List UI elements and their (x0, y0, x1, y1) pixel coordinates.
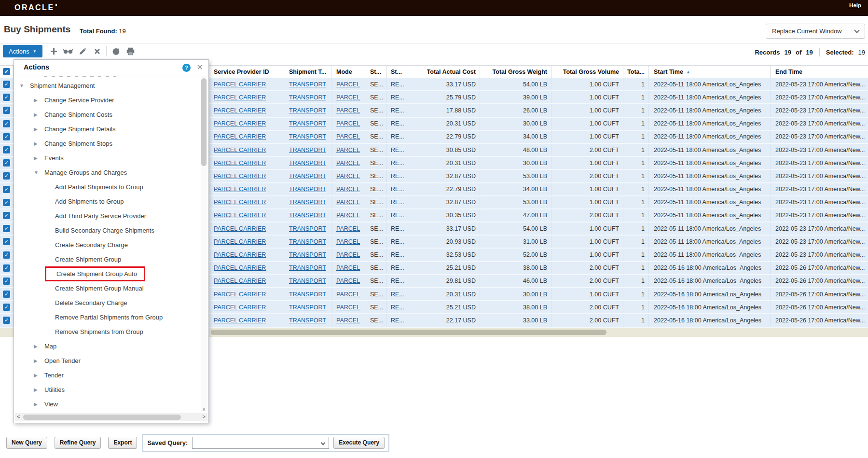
provider-link[interactable]: PARCEL CARRIER (214, 251, 266, 258)
column-header-mode[interactable]: Mode (331, 66, 366, 78)
mode-link[interactable]: PARCEL (336, 225, 360, 232)
saved-query-select[interactable] (192, 437, 329, 449)
expand-icon[interactable]: ▶ (34, 387, 44, 392)
row-checkbox[interactable] (3, 225, 10, 232)
column-header-start-time[interactable]: Start Time▲ (649, 66, 771, 78)
tree-item-utilities[interactable]: ▶Utilities (14, 382, 201, 397)
shipment_type-link[interactable]: TRANSPORT (289, 278, 326, 284)
provider-link[interactable]: PARCEL CARRIER (214, 212, 266, 219)
expand-icon[interactable]: ▶ (34, 155, 44, 161)
provider-link[interactable]: PARCEL CARRIER (214, 120, 266, 127)
tree-item-view[interactable]: ▶View (14, 397, 201, 411)
popup-vscroll-thumb[interactable] (201, 78, 207, 166)
shipment_type-link[interactable]: TRANSPORT (289, 317, 326, 324)
mode-link[interactable]: PARCEL (336, 199, 360, 206)
shipment_type-link[interactable]: TRANSPORT (289, 81, 326, 88)
row-checkbox[interactable] (3, 172, 10, 180)
popup-horizontal-scrollbar[interactable]: < > (15, 413, 207, 421)
mode-link[interactable]: PARCEL (336, 160, 360, 167)
expand-icon[interactable]: ▶ (34, 112, 44, 117)
shipment_type-link[interactable]: TRANSPORT (289, 225, 326, 232)
column-header-service-provider-id[interactable]: Service Provider ID (209, 66, 284, 78)
collapse-icon[interactable]: ▼ (34, 170, 44, 175)
refresh-icon[interactable] (109, 45, 123, 57)
mode-link[interactable]: PARCEL (336, 251, 360, 258)
provider-link[interactable]: PARCEL CARRIER (214, 264, 266, 271)
provider-link[interactable]: PARCEL CARRIER (214, 94, 266, 101)
execute-query-button[interactable]: Execute Query (333, 437, 385, 449)
column-header-shipment-t[interactable]: Shipment T... (284, 66, 331, 78)
tree-item-map[interactable]: ▶Map (14, 339, 201, 353)
provider-link[interactable]: PARCEL CARRIER (214, 199, 266, 206)
popup-scroll-right-icon[interactable]: > (203, 414, 206, 419)
row-checkbox[interactable] (3, 120, 10, 127)
actions-button[interactable]: Actions ▼ (3, 45, 42, 57)
tree-item-shipment-management[interactable]: ▼Shipment Management (14, 78, 201, 93)
new-query-button[interactable]: New Query (6, 437, 47, 449)
tree-item-change-shipment-stops[interactable]: ▶Change Shipment Stops (14, 136, 201, 151)
provider-link[interactable]: PARCEL CARRIER (214, 160, 266, 167)
row-checkbox[interactable] (3, 199, 10, 206)
provider-link[interactable]: PARCEL CARRIER (214, 133, 266, 140)
column-header-tota[interactable]: Tota... (623, 66, 649, 78)
shipment_type-link[interactable]: TRANSPORT (289, 120, 326, 127)
row-checkbox[interactable] (3, 304, 10, 311)
shipment_type-link[interactable]: TRANSPORT (289, 173, 326, 180)
mode-link[interactable]: PARCEL (336, 317, 360, 324)
expand-icon[interactable]: ▶ (34, 373, 44, 378)
shipment_type-link[interactable]: TRANSPORT (289, 304, 326, 311)
row-checkbox[interactable] (3, 94, 10, 101)
column-header-total-gross-weight[interactable]: Total Gross Weight (480, 66, 551, 78)
mode-link[interactable]: PARCEL (336, 291, 360, 298)
column-header-total-actual-cost[interactable]: Total Actual Cost (405, 66, 480, 78)
tree-item-add-shipments-to-group[interactable]: Add Shipments to Group (14, 194, 201, 208)
tree-item-change-shipment-costs[interactable]: ▶Change Shipment Costs (14, 107, 201, 122)
provider-link[interactable]: PARCEL CARRIER (214, 304, 266, 311)
column-header-st[interactable]: St... (387, 66, 405, 78)
tree-item-create-shipment-group-auto[interactable]: Create Shipment Group Auto (14, 266, 201, 281)
tree-item-open-tender[interactable]: ▶Open Tender (14, 353, 201, 368)
expand-icon[interactable]: ▶ (34, 126, 44, 132)
window-mode-select[interactable]: Replace Current Window (766, 24, 865, 39)
shipment_type-link[interactable]: TRANSPORT (289, 251, 326, 258)
column-header-total-gross-volume[interactable]: Total Gross Volume (551, 66, 623, 78)
popup-vertical-scrollbar[interactable]: ∨ (201, 76, 207, 412)
row-checkbox[interactable] (3, 81, 10, 88)
row-checkbox[interactable] (3, 264, 10, 272)
column-header-st[interactable]: St... (366, 66, 387, 78)
expand-icon[interactable]: ▶ (34, 141, 44, 146)
shipment_type-link[interactable]: TRANSPORT (289, 107, 326, 114)
tree-item-add-third-party-service-provider[interactable]: Add Third Party Service Provider (14, 208, 201, 223)
shipment_type-link[interactable]: TRANSPORT (289, 238, 326, 245)
row-checkbox[interactable] (3, 186, 10, 193)
provider-link[interactable]: PARCEL CARRIER (214, 81, 266, 88)
tree-item-remove-partial-shipments-from-group[interactable]: Remove Partial Shipments from Group (14, 310, 201, 324)
shipment_type-link[interactable]: TRANSPORT (289, 160, 326, 167)
provider-link[interactable]: PARCEL CARRIER (214, 186, 266, 193)
tree-item-events[interactable]: ▶Events (14, 151, 201, 165)
provider-link[interactable]: PARCEL CARRIER (214, 291, 266, 298)
shipment_type-link[interactable]: TRANSPORT (289, 94, 326, 101)
tree-item-remove-shipments-from-group[interactable]: Remove Shipments from Group (14, 324, 201, 339)
tree-item-create-secondary-charge[interactable]: Create Secondary Charge (14, 237, 201, 252)
help-link[interactable]: Help (849, 2, 861, 8)
collapse-icon[interactable]: ▼ (19, 83, 30, 88)
tree-item-change-shipment-details[interactable]: ▶Change Shipment Details (14, 122, 201, 136)
provider-link[interactable]: PARCEL CARRIER (214, 147, 266, 153)
tree-item-change-service-provider[interactable]: ▶Change Service Provider (14, 93, 201, 107)
popup-hscroll-thumb[interactable] (23, 415, 181, 420)
provider-link[interactable]: PARCEL CARRIER (214, 225, 266, 232)
provider-link[interactable]: PARCEL CARRIER (214, 317, 266, 324)
mode-link[interactable]: PARCEL (336, 107, 360, 114)
plus-icon[interactable] (46, 45, 61, 57)
mode-link[interactable]: PARCEL (336, 264, 360, 271)
shipment_type-link[interactable]: TRANSPORT (289, 147, 326, 153)
row-checkbox[interactable] (3, 291, 10, 298)
refine-query-button[interactable]: Refine Query (55, 437, 101, 449)
column-header-end-time[interactable]: End Time (771, 66, 868, 78)
row-checkbox[interactable] (3, 133, 10, 140)
delete-icon[interactable] (90, 45, 104, 57)
expand-icon[interactable]: ▶ (34, 344, 44, 349)
row-checkbox[interactable] (3, 278, 10, 285)
expand-icon[interactable]: ▶ (34, 358, 44, 363)
